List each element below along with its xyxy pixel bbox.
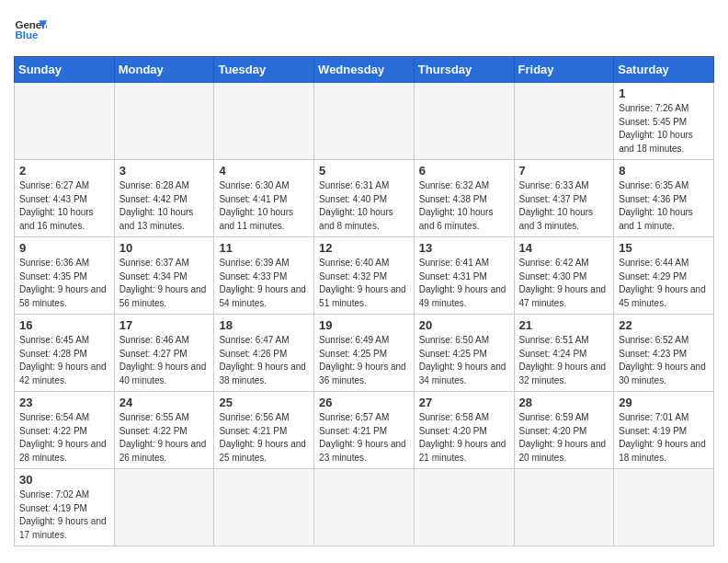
day-number: 19 <box>319 318 409 332</box>
day-number: 9 <box>19 241 109 255</box>
calendar-cell <box>514 83 614 160</box>
calendar-cell: 15Sunrise: 6:44 AM Sunset: 4:29 PM Dayli… <box>614 237 714 315</box>
calendar-cell <box>314 469 415 546</box>
day-info: Sunrise: 6:35 AM Sunset: 4:36 PM Dayligh… <box>619 179 709 233</box>
day-number: 17 <box>119 318 210 332</box>
day-number: 22 <box>619 318 709 332</box>
day-number: 29 <box>619 396 709 409</box>
day-info: Sunrise: 6:45 AM Sunset: 4:28 PM Dayligh… <box>19 334 109 387</box>
day-number: 1 <box>619 86 709 100</box>
day-info: Sunrise: 6:32 AM Sunset: 4:38 PM Dayligh… <box>419 179 509 233</box>
calendar-cell: 11Sunrise: 6:39 AM Sunset: 4:33 PM Dayli… <box>214 237 314 315</box>
day-info: Sunrise: 6:31 AM Sunset: 4:40 PM Dayligh… <box>319 179 409 233</box>
day-header-tuesday: Tuesday <box>214 57 314 83</box>
day-info: Sunrise: 7:02 AM Sunset: 4:19 PM Dayligh… <box>19 488 109 542</box>
calendar-cell <box>114 469 214 546</box>
day-number: 14 <box>519 241 609 255</box>
day-info: Sunrise: 6:46 AM Sunset: 4:27 PM Dayligh… <box>119 334 210 387</box>
day-info: Sunrise: 6:55 AM Sunset: 4:22 PM Dayligh… <box>119 411 210 465</box>
day-info: Sunrise: 6:58 AM Sunset: 4:20 PM Dayligh… <box>419 411 509 465</box>
day-info: Sunrise: 6:47 AM Sunset: 4:26 PM Dayligh… <box>219 334 309 387</box>
day-number: 10 <box>119 241 210 255</box>
calendar-week-1: 2Sunrise: 6:27 AM Sunset: 4:43 PM Daylig… <box>15 160 714 237</box>
day-number: 28 <box>519 396 609 409</box>
calendar-cell <box>214 469 314 546</box>
calendar-week-5: 30Sunrise: 7:02 AM Sunset: 4:19 PM Dayli… <box>15 469 714 546</box>
calendar-table: SundayMondayTuesdayWednesdayThursdayFrid… <box>14 56 714 546</box>
day-number: 15 <box>619 241 709 255</box>
day-info: Sunrise: 6:52 AM Sunset: 4:23 PM Dayligh… <box>619 334 709 387</box>
calendar-cell <box>614 469 714 546</box>
day-number: 25 <box>219 396 309 409</box>
calendar-cell: 7Sunrise: 6:33 AM Sunset: 4:37 PM Daylig… <box>514 160 614 237</box>
day-header-friday: Friday <box>514 57 614 83</box>
calendar-cell: 1Sunrise: 7:26 AM Sunset: 5:45 PM Daylig… <box>614 83 714 160</box>
day-number: 21 <box>519 318 609 332</box>
day-number: 20 <box>419 318 509 332</box>
day-info: Sunrise: 7:26 AM Sunset: 5:45 PM Dayligh… <box>619 102 709 155</box>
day-header-sunday: Sunday <box>15 57 115 83</box>
day-info: Sunrise: 6:57 AM Sunset: 4:21 PM Dayligh… <box>319 411 409 465</box>
calendar-cell: 4Sunrise: 6:30 AM Sunset: 4:41 PM Daylig… <box>214 160 314 237</box>
day-info: Sunrise: 6:39 AM Sunset: 4:33 PM Dayligh… <box>219 257 309 310</box>
calendar-cell: 16Sunrise: 6:45 AM Sunset: 4:28 PM Dayli… <box>15 315 115 392</box>
day-info: Sunrise: 6:59 AM Sunset: 4:20 PM Dayligh… <box>519 411 609 465</box>
day-info: Sunrise: 6:41 AM Sunset: 4:31 PM Dayligh… <box>419 257 509 310</box>
day-header-monday: Monday <box>114 57 214 83</box>
days-header-row: SundayMondayTuesdayWednesdayThursdayFrid… <box>15 57 714 83</box>
day-number: 3 <box>119 164 210 178</box>
calendar-cell <box>414 83 514 160</box>
day-info: Sunrise: 6:50 AM Sunset: 4:25 PM Dayligh… <box>419 334 509 387</box>
day-info: Sunrise: 6:40 AM Sunset: 4:32 PM Dayligh… <box>319 257 409 310</box>
day-number: 11 <box>219 241 309 255</box>
calendar-cell: 22Sunrise: 6:52 AM Sunset: 4:23 PM Dayli… <box>614 315 714 392</box>
day-header-thursday: Thursday <box>414 57 514 83</box>
logo: General Blue <box>14 14 47 47</box>
calendar-cell <box>314 83 415 160</box>
day-info: Sunrise: 7:01 AM Sunset: 4:19 PM Dayligh… <box>619 411 709 465</box>
day-info: Sunrise: 6:42 AM Sunset: 4:30 PM Dayligh… <box>519 257 609 310</box>
day-info: Sunrise: 6:54 AM Sunset: 4:22 PM Dayligh… <box>19 411 109 465</box>
calendar-cell: 2Sunrise: 6:27 AM Sunset: 4:43 PM Daylig… <box>15 160 115 237</box>
day-info: Sunrise: 6:44 AM Sunset: 4:29 PM Dayligh… <box>619 257 709 310</box>
day-info: Sunrise: 6:49 AM Sunset: 4:25 PM Dayligh… <box>319 334 409 387</box>
day-info: Sunrise: 6:36 AM Sunset: 4:35 PM Dayligh… <box>19 257 109 310</box>
day-number: 7 <box>519 164 609 178</box>
calendar-cell <box>414 469 514 546</box>
day-info: Sunrise: 6:56 AM Sunset: 4:21 PM Dayligh… <box>219 411 309 465</box>
calendar-cell: 27Sunrise: 6:58 AM Sunset: 4:20 PM Dayli… <box>414 392 514 469</box>
calendar-cell: 8Sunrise: 6:35 AM Sunset: 4:36 PM Daylig… <box>614 160 714 237</box>
calendar-cell: 29Sunrise: 7:01 AM Sunset: 4:19 PM Dayli… <box>614 392 714 469</box>
day-number: 4 <box>219 164 309 178</box>
calendar-cell: 30Sunrise: 7:02 AM Sunset: 4:19 PM Dayli… <box>15 469 115 546</box>
day-header-saturday: Saturday <box>614 57 714 83</box>
calendar-cell: 23Sunrise: 6:54 AM Sunset: 4:22 PM Dayli… <box>15 392 115 469</box>
calendar-cell: 19Sunrise: 6:49 AM Sunset: 4:25 PM Dayli… <box>314 315 415 392</box>
day-number: 30 <box>19 473 109 487</box>
calendar-week-4: 23Sunrise: 6:54 AM Sunset: 4:22 PM Dayli… <box>15 392 714 469</box>
day-number: 8 <box>619 164 709 178</box>
calendar-cell: 18Sunrise: 6:47 AM Sunset: 4:26 PM Dayli… <box>214 315 314 392</box>
svg-text:Blue: Blue <box>15 29 39 40</box>
day-info: Sunrise: 6:30 AM Sunset: 4:41 PM Dayligh… <box>219 179 309 233</box>
day-info: Sunrise: 6:28 AM Sunset: 4:42 PM Dayligh… <box>119 179 210 233</box>
calendar-week-0: 1Sunrise: 7:26 AM Sunset: 5:45 PM Daylig… <box>15 83 714 160</box>
calendar-cell: 5Sunrise: 6:31 AM Sunset: 4:40 PM Daylig… <box>314 160 415 237</box>
day-header-wednesday: Wednesday <box>314 57 415 83</box>
calendar-cell: 10Sunrise: 6:37 AM Sunset: 4:34 PM Dayli… <box>114 237 214 315</box>
day-number: 6 <box>419 164 509 178</box>
day-number: 23 <box>19 396 109 409</box>
day-number: 27 <box>419 396 509 409</box>
calendar-cell: 26Sunrise: 6:57 AM Sunset: 4:21 PM Dayli… <box>314 392 415 469</box>
calendar-week-2: 9Sunrise: 6:36 AM Sunset: 4:35 PM Daylig… <box>15 237 714 315</box>
calendar-cell <box>514 469 614 546</box>
calendar-cell: 9Sunrise: 6:36 AM Sunset: 4:35 PM Daylig… <box>15 237 115 315</box>
day-number: 2 <box>19 164 109 178</box>
day-info: Sunrise: 6:33 AM Sunset: 4:37 PM Dayligh… <box>519 179 609 233</box>
calendar-cell: 3Sunrise: 6:28 AM Sunset: 4:42 PM Daylig… <box>114 160 214 237</box>
day-number: 26 <box>319 396 409 409</box>
day-number: 16 <box>19 318 109 332</box>
calendar-cell: 14Sunrise: 6:42 AM Sunset: 4:30 PM Dayli… <box>514 237 614 315</box>
day-number: 5 <box>319 164 409 178</box>
calendar-cell: 20Sunrise: 6:50 AM Sunset: 4:25 PM Dayli… <box>414 315 514 392</box>
